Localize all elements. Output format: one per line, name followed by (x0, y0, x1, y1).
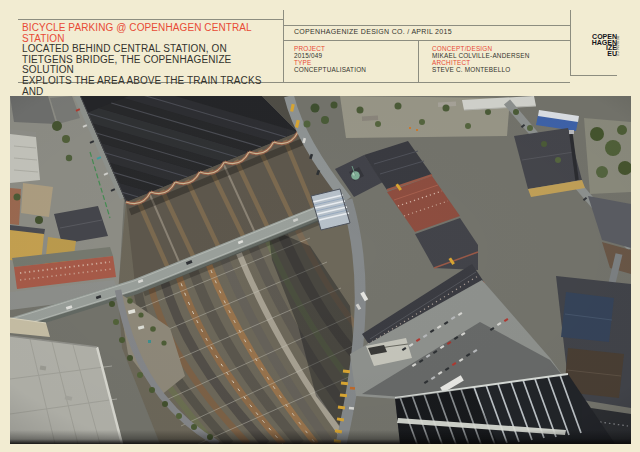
project-value: 2015/049 (294, 52, 366, 59)
concept-label: CONCEPT/DESIGN (432, 45, 530, 52)
presentation-board: BICYCLE PARKING @ COPENHAGEN CENTRAL STA… (0, 0, 640, 452)
intro-line-2: TIETGENS BRIDGE, THE COPENHAGENIZE SOLUT… (22, 55, 282, 76)
type-value: CONCEPTUALISATION (294, 66, 366, 73)
logo-line-4: EU (565, 51, 617, 57)
rule-vertical-1 (283, 10, 284, 82)
copenhagenize-logo: COPEN HAGEN IZE EU (565, 34, 617, 56)
concept-value: MIKAEL COLVILLE-ANDERSEN (432, 52, 530, 59)
rule-mid-top (283, 25, 570, 26)
aerial-photo (10, 96, 631, 444)
type-label: TYPE (294, 59, 366, 66)
rule-top-left (18, 19, 283, 20)
rule-cell-divider (418, 40, 419, 82)
credits-cell: CONCEPT/DESIGN MIKAEL COLVILLE-ANDERSEN … (432, 45, 530, 73)
project-cell: PROJECT 2015/049 TYPE CONCEPTUALISATION (294, 45, 366, 73)
intro-line-3: EXPLOITS THE AREA ABOVE THE TRAIN TRACKS… (22, 76, 282, 97)
logo-vertical-text: DESIGN CO. (615, 36, 619, 58)
firm-date: COPENHAGENIZE DESIGN CO. / APRIL 2015 (294, 28, 452, 35)
architect-value: STEVE C. MONTEBELLO (432, 66, 530, 73)
architect-label: ARCHITECT (432, 59, 530, 66)
page-title: BICYCLE PARKING @ COPENHAGEN CENTRAL STA… (22, 23, 282, 44)
rule-bottom-right (570, 75, 617, 76)
rule-mid-divider (283, 40, 570, 41)
project-label: PROJECT (294, 45, 366, 52)
